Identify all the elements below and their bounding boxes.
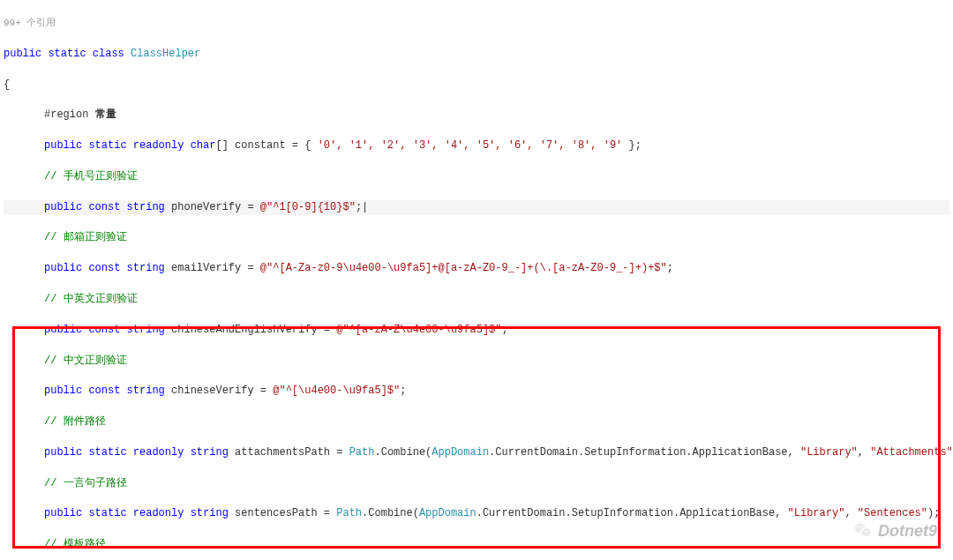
code-line-active: public const string phoneVerify = @"^1[0… xyxy=(4,200,949,215)
reference-count: 99+ 个引用 xyxy=(4,17,949,31)
comment: // 手机号正则验证 xyxy=(4,169,949,184)
comment: // 模板路径 xyxy=(4,537,949,552)
code-line: public const string emailVerify = @"^[A-… xyxy=(4,261,949,276)
comment: // 附件路径 xyxy=(4,414,949,429)
code-editor[interactable]: 99+ 个引用 public static class ClassHelper … xyxy=(0,0,953,560)
comment: // 一言句子路径 xyxy=(4,476,949,491)
code-line: public static readonly char[] constant =… xyxy=(4,138,949,153)
code-line: public static readonly string sentencesP… xyxy=(4,506,949,521)
code-line: public const string chineseAndEnglishVer… xyxy=(4,323,949,338)
code-line: public const string chineseVerify = @"^[… xyxy=(4,384,949,399)
code-line: public static readonly string attachment… xyxy=(4,445,949,460)
region-start: #region 常量 xyxy=(4,108,949,123)
class-declaration: public static class ClassHelper xyxy=(4,47,949,62)
open-brace: { xyxy=(4,78,949,93)
comment: // 邮箱正则验证 xyxy=(4,230,949,245)
comment: // 中文正则验证 xyxy=(4,354,949,369)
comment: // 中英文正则验证 xyxy=(4,292,949,307)
